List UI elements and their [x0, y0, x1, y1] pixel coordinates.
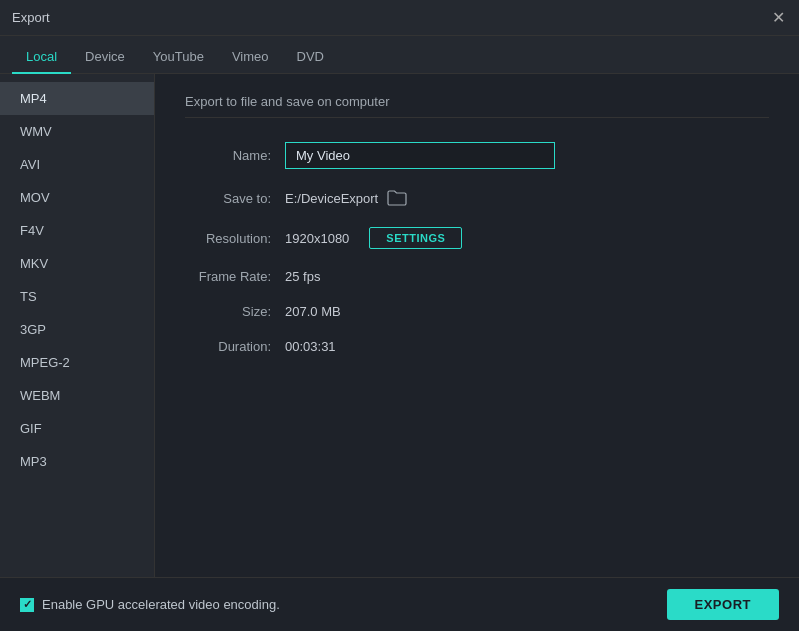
duration-row: Duration: 00:03:31 [185, 339, 769, 354]
sidebar-item-gif[interactable]: GIF [0, 412, 154, 445]
framerate-value: 25 fps [285, 269, 320, 284]
sidebar: MP4 WMV AVI MOV F4V MKV TS 3GP MPEG-2 WE… [0, 74, 155, 577]
framerate-row: Frame Rate: 25 fps [185, 269, 769, 284]
sidebar-item-avi[interactable]: AVI [0, 148, 154, 181]
resolution-value: 1920x1080 [285, 231, 349, 246]
folder-icon[interactable] [386, 189, 408, 207]
framerate-label: Frame Rate: [185, 269, 285, 284]
save-to-container: E:/DeviceExport [285, 189, 408, 207]
content-area: Export to file and save on computer Name… [155, 74, 799, 577]
name-label: Name: [185, 148, 285, 163]
settings-button[interactable]: SETTINGS [369, 227, 462, 249]
footer: ✓ Enable GPU accelerated video encoding.… [0, 577, 799, 631]
sidebar-item-wmv[interactable]: WMV [0, 115, 154, 148]
tab-local[interactable]: Local [12, 41, 71, 74]
save-to-path: E:/DeviceExport [285, 191, 378, 206]
tab-dvd[interactable]: DVD [283, 41, 338, 74]
name-row: Name: [185, 142, 769, 169]
sidebar-item-mov[interactable]: MOV [0, 181, 154, 214]
tab-vimeo[interactable]: Vimeo [218, 41, 283, 74]
gpu-label-text: Enable GPU accelerated video encoding. [42, 597, 280, 612]
gpu-option: ✓ Enable GPU accelerated video encoding. [20, 597, 280, 612]
resolution-row: Resolution: 1920x1080 SETTINGS [185, 227, 769, 249]
save-to-row: Save to: E:/DeviceExport [185, 189, 769, 207]
sidebar-item-f4v[interactable]: F4V [0, 214, 154, 247]
close-button[interactable]: ✕ [769, 9, 787, 27]
export-button[interactable]: EXPORT [667, 589, 779, 620]
window-title: Export [12, 10, 50, 25]
duration-value: 00:03:31 [285, 339, 336, 354]
duration-label: Duration: [185, 339, 285, 354]
gpu-checkbox[interactable]: ✓ [20, 598, 34, 612]
sidebar-item-mp3[interactable]: MP3 [0, 445, 154, 478]
name-input[interactable] [285, 142, 555, 169]
sidebar-item-mp4[interactable]: MP4 [0, 82, 154, 115]
checkmark-icon: ✓ [23, 598, 32, 611]
size-value: 207.0 MB [285, 304, 341, 319]
size-row: Size: 207.0 MB [185, 304, 769, 319]
sidebar-item-webm[interactable]: WEBM [0, 379, 154, 412]
tab-device[interactable]: Device [71, 41, 139, 74]
tab-bar: Local Device YouTube Vimeo DVD [0, 36, 799, 74]
resolution-label: Resolution: [185, 231, 285, 246]
section-title: Export to file and save on computer [185, 94, 769, 118]
main-content: MP4 WMV AVI MOV F4V MKV TS 3GP MPEG-2 WE… [0, 74, 799, 577]
sidebar-item-mpeg2[interactable]: MPEG-2 [0, 346, 154, 379]
size-label: Size: [185, 304, 285, 319]
sidebar-item-3gp[interactable]: 3GP [0, 313, 154, 346]
title-bar: Export ✕ [0, 0, 799, 36]
tab-youtube[interactable]: YouTube [139, 41, 218, 74]
save-to-label: Save to: [185, 191, 285, 206]
sidebar-item-mkv[interactable]: MKV [0, 247, 154, 280]
sidebar-item-ts[interactable]: TS [0, 280, 154, 313]
